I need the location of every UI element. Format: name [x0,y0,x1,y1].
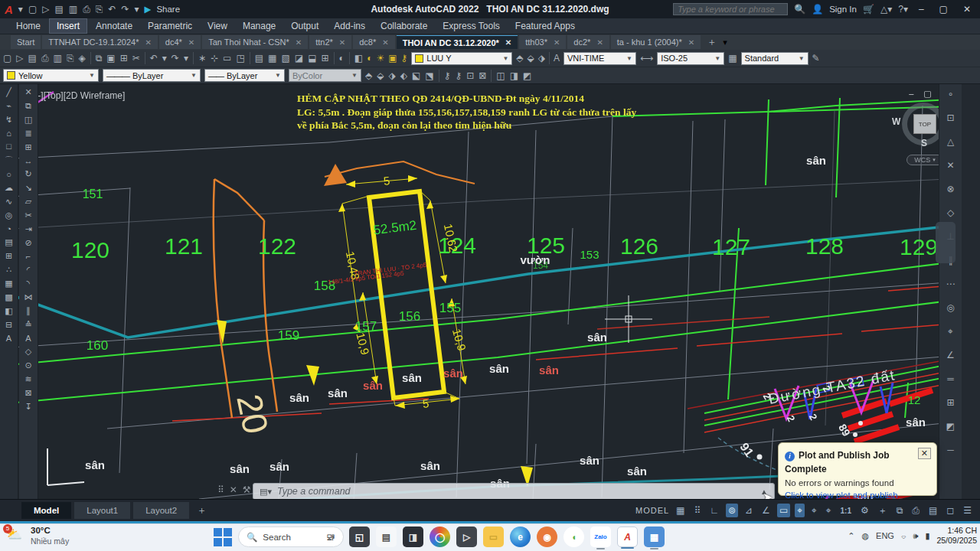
draw-tool-icon[interactable]: ⊞ [5,251,12,261]
layer-state-icon[interactable]: ◩ [523,70,531,81]
modify-tool-icon[interactable]: ✕ [24,87,31,97]
search-icon[interactable]: 🔍 [794,4,805,15]
layer-state-icon[interactable]: ⚷ [444,70,451,81]
grid-icon[interactable]: ▦ [674,504,687,517]
standard-tool-icon[interactable]: ◈ [78,53,85,64]
modify-tool-icon[interactable]: ↧ [24,402,31,412]
layout-tab-layout2[interactable]: Layout2 [133,502,189,519]
battery-icon[interactable]: ▮ [925,531,929,541]
dynamic-input-icon[interactable]: ▭ [777,504,790,517]
text-style-combo[interactable]: VNI-TIME▼ [564,52,636,65]
ortho-icon[interactable]: ∟ [707,504,721,517]
file-tab[interactable]: tth03*✕ [519,35,566,49]
isodraft-icon[interactable]: ⊿ [743,504,755,517]
draw-tool-icon[interactable]: ∴ [6,265,11,275]
cart-icon[interactable]: 🛒 [863,4,874,15]
text-style-icon[interactable]: A [554,53,560,64]
file-tab[interactable]: dc4*✕ [159,35,201,49]
osnap-tool-icon[interactable]: ∠ [946,350,955,360]
standard-tool-icon[interactable]: ▤ [28,53,37,64]
file-tab[interactable]: Start [11,35,41,49]
layer-light-icon[interactable]: ☀ [376,53,384,64]
copilot-icon[interactable]: ◯ [430,527,450,547]
draw-tool-icon[interactable]: ↯ [5,115,12,125]
linetype-combo[interactable]: ——ByLayer▼ [204,69,285,82]
saveas-icon[interactable]: ▥ [69,4,77,15]
weather-widget[interactable]: ⛅5 30°CNhiều mây [6,526,69,546]
calculator-icon[interactable]: ▦ [644,527,665,547]
layer-state-icon[interactable]: ⬘ [365,70,372,81]
outlook-icon[interactable]: ◉ [537,527,557,547]
layer-tool-icon[interactable]: ⬙ [528,53,534,64]
ribbon-tab-parametric[interactable]: Parametric [141,19,199,33]
ribbon-tab-annotate[interactable]: Annotate [89,19,139,33]
layer-state-icon[interactable]: ⊡ [466,70,474,81]
standard-tool-icon[interactable]: ↷ [172,53,179,64]
annotation-scale-icon[interactable]: ⌖ [824,504,834,517]
tab-close-icon[interactable]: ✕ [554,38,560,47]
widgets-dark-icon[interactable]: ◨ [403,527,423,547]
draw-tool-icon[interactable]: ◔ [6,224,11,233]
layer-tool-icon[interactable]: ⬘ [516,53,523,64]
open-icon[interactable]: ▷ [42,4,49,15]
draw-tool-icon[interactable]: ◧ [5,306,12,316]
scale-value[interactable]: 1:1 [838,505,854,517]
layer-state-icon[interactable]: ◫ [496,70,505,81]
navigation-bar[interactable] [936,222,956,263]
tab-close-icon[interactable]: ✕ [188,38,194,47]
highlighted-parcel-outline[interactable] [369,191,444,398]
app-store-icon[interactable]: △▾ [880,4,892,15]
notification-link[interactable]: Click to view plot and publish details..… [785,491,930,499]
file-tab[interactable]: Tan Thoi Nhat - CSN*✕ [202,35,308,49]
standard-tool-icon[interactable]: ▢ [3,53,11,64]
modify-tool-icon[interactable]: ↔ [24,156,33,165]
redo-icon[interactable]: ↷ [121,4,129,15]
standard-tool-icon[interactable]: ◐ [339,53,345,64]
ribbon-tab-featured-apps[interactable]: Featured Apps [508,19,582,33]
ribbon-tab-home[interactable]: Home [9,19,47,33]
graphics-perf-icon[interactable]: ⧉ [894,504,906,517]
annotation-visibility-icon[interactable]: ⌖ [795,504,805,517]
ribbon-tab-insert[interactable]: Insert [49,18,87,34]
osnap-tool-icon[interactable]: ◎ [946,302,954,313]
modify-tool-icon[interactable]: ⊞ [24,142,31,152]
table-style-icon[interactable]: ▦ [728,53,737,64]
modify-tool-icon[interactable]: ◝ [27,279,30,289]
draw-tool-icon[interactable]: ▤ [5,237,12,247]
plot-tray-icon[interactable]: ⎙ [910,504,922,517]
modify-tool-icon[interactable]: ⌐ [26,252,31,261]
modify-tool-icon[interactable]: ⧉ [25,101,31,111]
standard-tool-icon[interactable]: ▦ [268,53,276,64]
viewport-controls-label[interactable]: [-][Top][2D Wireframe] [35,90,125,101]
osnap-tool-icon[interactable]: ◇ [947,207,954,218]
coccoc-icon[interactable]: ◖ [564,527,584,547]
standard-tool-icon[interactable]: ⊞ [120,53,128,64]
modify-tool-icon[interactable]: ≣ [24,129,31,139]
tray-chevron-icon[interactable]: ⌃ [848,531,854,541]
layer-state-icon[interactable]: ⬖ [400,70,407,81]
taskbar-search[interactable]: 🔍 Search 🖳 [238,527,344,547]
layout-tab-model[interactable]: Model [21,502,71,519]
standard-tool-icon[interactable]: ⧉ [96,53,103,64]
draw-tool-icon[interactable]: ○ [6,170,11,179]
modify-tool-icon[interactable]: ⊙ [24,360,31,370]
osnap-tool-icon[interactable]: ⋯ [946,279,956,289]
standard-tool-icon[interactable]: ◳ [236,53,244,64]
draw-tool-icon[interactable]: ⊟ [5,320,12,330]
modify-tool-icon[interactable]: ⊘ [24,238,31,248]
standard-tool-icon[interactable]: ⎙ [41,53,49,64]
modify-tool-icon[interactable]: ◫ [24,115,32,125]
layer-state-icon[interactable]: ⬕ [412,70,420,81]
standard-tool-icon[interactable]: ▥ [54,53,62,64]
osnap-tool-icon[interactable]: ◩ [946,421,955,432]
layer-state-icon[interactable]: ⬔ [425,70,433,81]
layer-state-icon[interactable]: ⬗ [388,70,395,81]
draw-tool-icon[interactable]: □ [6,142,11,151]
layer-state-icon[interactable]: ⬙ [377,70,384,81]
layer-tool-icon[interactable]: ⬗ [538,53,545,64]
command-prompt-icon[interactable]: ▤▾ [260,487,272,497]
ribbon-tab-output[interactable]: Output [284,19,325,33]
osnap-tool-icon[interactable]: ✕ [946,160,954,171]
clock[interactable]: 1:46 CH25/09/2025 [936,526,977,546]
modify-tool-icon[interactable]: ✂ [24,210,31,220]
